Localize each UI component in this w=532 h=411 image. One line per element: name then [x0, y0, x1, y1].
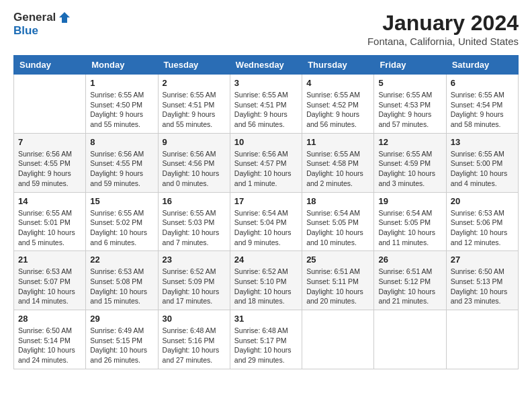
calendar-cell: 15Sunrise: 6:55 AMSunset: 5:02 PMDayligh…: [86, 192, 158, 251]
weekday-header: Friday: [374, 56, 446, 75]
day-number: 8: [90, 137, 153, 147]
day-number: 28: [18, 314, 81, 324]
day-number: 6: [451, 78, 514, 88]
logo-blue: Blue: [13, 24, 38, 38]
day-info: Sunrise: 6:53 AMSunset: 5:06 PMDaylight:…: [451, 208, 514, 248]
weekday-header: Wednesday: [230, 56, 302, 75]
header: General Blue January 2024 Fontana, Calif…: [13, 11, 519, 47]
calendar-cell: 20Sunrise: 6:53 AMSunset: 5:06 PMDayligh…: [446, 192, 518, 251]
day-number: 27: [451, 255, 514, 265]
calendar-week-row: 1Sunrise: 6:55 AMSunset: 4:50 PMDaylight…: [14, 75, 519, 134]
day-info: Sunrise: 6:53 AMSunset: 5:08 PMDaylight:…: [90, 267, 153, 306]
calendar-cell: [446, 310, 518, 369]
day-number: 10: [234, 137, 298, 147]
day-info: Sunrise: 6:55 AMSunset: 5:01 PMDaylight:…: [18, 208, 81, 248]
calendar-cell: 25Sunrise: 6:51 AMSunset: 5:11 PMDayligh…: [302, 251, 374, 310]
calendar-cell: 16Sunrise: 6:55 AMSunset: 5:03 PMDayligh…: [158, 192, 230, 251]
day-info: Sunrise: 6:56 AMSunset: 4:55 PMDaylight:…: [90, 149, 153, 189]
title-section: January 2024 Fontana, California, United…: [367, 11, 519, 47]
calendar-cell: 14Sunrise: 6:55 AMSunset: 5:01 PMDayligh…: [14, 192, 86, 251]
day-info: Sunrise: 6:55 AMSunset: 5:00 PMDaylight:…: [451, 149, 514, 189]
day-number: 20: [451, 196, 514, 206]
day-number: 15: [90, 196, 153, 206]
day-info: Sunrise: 6:51 AMSunset: 5:12 PMDaylight:…: [378, 267, 441, 306]
calendar-cell: 1Sunrise: 6:55 AMSunset: 4:50 PMDaylight…: [86, 75, 158, 134]
day-info: Sunrise: 6:55 AMSunset: 4:53 PMDaylight:…: [378, 90, 441, 130]
day-info: Sunrise: 6:55 AMSunset: 4:54 PMDaylight:…: [451, 90, 514, 130]
logo: General Blue: [13, 11, 71, 38]
svg-marker-0: [59, 12, 70, 23]
day-number: 24: [234, 255, 298, 265]
day-info: Sunrise: 6:55 AMSunset: 5:03 PMDaylight:…: [163, 208, 226, 248]
day-info: Sunrise: 6:51 AMSunset: 5:11 PMDaylight:…: [306, 267, 369, 306]
calendar-cell: 5Sunrise: 6:55 AMSunset: 4:53 PMDaylight…: [374, 75, 446, 134]
calendar-cell: 31Sunrise: 6:48 AMSunset: 5:17 PMDayligh…: [230, 310, 302, 369]
calendar-cell: 27Sunrise: 6:50 AMSunset: 5:13 PMDayligh…: [446, 251, 518, 310]
weekday-header: Tuesday: [158, 56, 230, 75]
day-info: Sunrise: 6:55 AMSunset: 4:51 PMDaylight:…: [163, 90, 226, 130]
calendar-cell: 3Sunrise: 6:55 AMSunset: 4:51 PMDaylight…: [230, 75, 302, 134]
day-info: Sunrise: 6:56 AMSunset: 4:55 PMDaylight:…: [18, 149, 81, 189]
calendar-cell: 18Sunrise: 6:54 AMSunset: 5:05 PMDayligh…: [302, 192, 374, 251]
calendar-week-row: 21Sunrise: 6:53 AMSunset: 5:07 PMDayligh…: [14, 251, 519, 310]
calendar-cell: 26Sunrise: 6:51 AMSunset: 5:12 PMDayligh…: [374, 251, 446, 310]
day-number: 19: [378, 196, 441, 206]
day-number: 16: [163, 196, 226, 206]
calendar-cell: [374, 310, 446, 369]
calendar-cell: 22Sunrise: 6:53 AMSunset: 5:08 PMDayligh…: [86, 251, 158, 310]
calendar-cell: 21Sunrise: 6:53 AMSunset: 5:07 PMDayligh…: [14, 251, 86, 310]
weekday-header: Saturday: [446, 56, 518, 75]
day-info: Sunrise: 6:48 AMSunset: 5:16 PMDaylight:…: [163, 326, 226, 365]
calendar-cell: 6Sunrise: 6:55 AMSunset: 4:54 PMDaylight…: [446, 75, 518, 134]
day-number: 25: [306, 255, 369, 265]
day-info: Sunrise: 6:55 AMSunset: 4:59 PMDaylight:…: [378, 149, 441, 189]
day-number: 14: [18, 196, 81, 206]
day-info: Sunrise: 6:54 AMSunset: 5:04 PMDaylight:…: [234, 208, 298, 248]
day-number: 2: [163, 78, 226, 88]
day-info: Sunrise: 6:55 AMSunset: 4:51 PMDaylight:…: [234, 90, 298, 130]
calendar-cell: 8Sunrise: 6:56 AMSunset: 4:55 PMDaylight…: [86, 133, 158, 192]
day-number: 13: [451, 137, 514, 147]
weekday-header: Thursday: [302, 56, 374, 75]
calendar-cell: 2Sunrise: 6:55 AMSunset: 4:51 PMDaylight…: [158, 75, 230, 134]
day-number: 26: [378, 255, 441, 265]
calendar-cell: 10Sunrise: 6:56 AMSunset: 4:57 PMDayligh…: [230, 133, 302, 192]
calendar-cell: 24Sunrise: 6:52 AMSunset: 5:10 PMDayligh…: [230, 251, 302, 310]
day-info: Sunrise: 6:54 AMSunset: 5:05 PMDaylight:…: [378, 208, 441, 248]
calendar-cell: 30Sunrise: 6:48 AMSunset: 5:16 PMDayligh…: [158, 310, 230, 369]
day-info: Sunrise: 6:50 AMSunset: 5:14 PMDaylight:…: [18, 326, 81, 365]
calendar-cell: 29Sunrise: 6:49 AMSunset: 5:15 PMDayligh…: [86, 310, 158, 369]
day-info: Sunrise: 6:55 AMSunset: 4:58 PMDaylight:…: [306, 149, 369, 189]
calendar-cell: 9Sunrise: 6:56 AMSunset: 4:56 PMDaylight…: [158, 133, 230, 192]
calendar-cell: 28Sunrise: 6:50 AMSunset: 5:14 PMDayligh…: [14, 310, 86, 369]
day-number: 23: [163, 255, 226, 265]
day-info: Sunrise: 6:52 AMSunset: 5:09 PMDaylight:…: [163, 267, 226, 306]
day-info: Sunrise: 6:56 AMSunset: 4:57 PMDaylight:…: [234, 149, 298, 189]
calendar-table: SundayMondayTuesdayWednesdayThursdayFrid…: [13, 55, 519, 369]
day-number: 21: [18, 255, 81, 265]
calendar-cell: 13Sunrise: 6:55 AMSunset: 5:00 PMDayligh…: [446, 133, 518, 192]
day-number: 4: [306, 78, 369, 88]
calendar-subtitle: Fontana, California, United States: [367, 36, 519, 47]
calendar-cell: 19Sunrise: 6:54 AMSunset: 5:05 PMDayligh…: [374, 192, 446, 251]
day-number: 18: [306, 196, 369, 206]
logo-general: General: [13, 11, 56, 24]
weekday-header: Monday: [86, 56, 158, 75]
day-info: Sunrise: 6:54 AMSunset: 5:05 PMDaylight:…: [306, 208, 369, 248]
calendar-title: January 2024: [367, 11, 519, 36]
day-number: 9: [163, 137, 226, 147]
calendar-cell: 4Sunrise: 6:55 AMSunset: 4:52 PMDaylight…: [302, 75, 374, 134]
calendar-week-row: 7Sunrise: 6:56 AMSunset: 4:55 PMDaylight…: [14, 133, 519, 192]
day-number: 3: [234, 78, 298, 88]
day-number: 29: [90, 314, 153, 324]
logo-icon: [58, 11, 71, 24]
day-number: 5: [378, 78, 441, 88]
day-number: 12: [378, 137, 441, 147]
calendar-cell: 23Sunrise: 6:52 AMSunset: 5:09 PMDayligh…: [158, 251, 230, 310]
day-info: Sunrise: 6:55 AMSunset: 4:52 PMDaylight:…: [306, 90, 369, 130]
weekday-header: Sunday: [14, 56, 86, 75]
day-number: 31: [234, 314, 298, 324]
calendar-cell: 11Sunrise: 6:55 AMSunset: 4:58 PMDayligh…: [302, 133, 374, 192]
calendar-cell: [302, 310, 374, 369]
calendar-cell: 17Sunrise: 6:54 AMSunset: 5:04 PMDayligh…: [230, 192, 302, 251]
